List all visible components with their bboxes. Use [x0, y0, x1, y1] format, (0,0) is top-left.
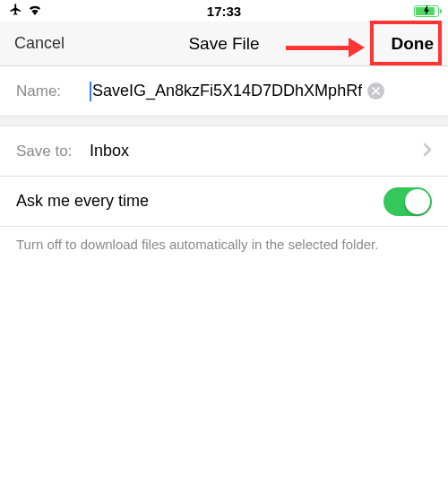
name-label: Name: — [16, 82, 90, 100]
section-spacer — [0, 116, 448, 126]
wifi-icon — [28, 4, 42, 18]
airplane-mode-icon — [9, 3, 22, 19]
close-icon — [372, 87, 380, 95]
text-cursor — [90, 82, 91, 101]
battery-icon — [414, 5, 439, 17]
status-bar: 17:33 — [0, 0, 448, 22]
status-right — [414, 5, 439, 17]
ask-every-time-toggle[interactable] — [383, 187, 432, 216]
name-input[interactable]: SaveIG_An8kzFi5X14D7DDhXMphRf — [92, 82, 362, 100]
ask-every-time-label: Ask me every time — [16, 192, 383, 211]
page-title: Save File — [188, 34, 259, 54]
nav-bar: Cancel Save File Done — [0, 22, 448, 66]
footer-description: Turn off to download files automatically… — [0, 227, 448, 263]
charging-icon — [424, 5, 430, 17]
status-time: 17:33 — [207, 4, 241, 19]
save-to-value: Inbox — [90, 142, 423, 160]
save-to-label: Save to: — [16, 143, 90, 160]
status-left — [9, 3, 42, 19]
clear-text-button[interactable] — [367, 82, 384, 99]
cancel-button[interactable]: Cancel — [14, 34, 65, 53]
ask-every-time-row: Ask me every time — [0, 177, 448, 227]
done-button[interactable]: Done — [392, 34, 435, 54]
save-to-row[interactable]: Save to: Inbox — [0, 126, 448, 177]
chevron-right-icon — [423, 143, 432, 160]
name-row[interactable]: Name: SaveIG_An8kzFi5X14D7DDhXMphRf — [0, 66, 448, 117]
